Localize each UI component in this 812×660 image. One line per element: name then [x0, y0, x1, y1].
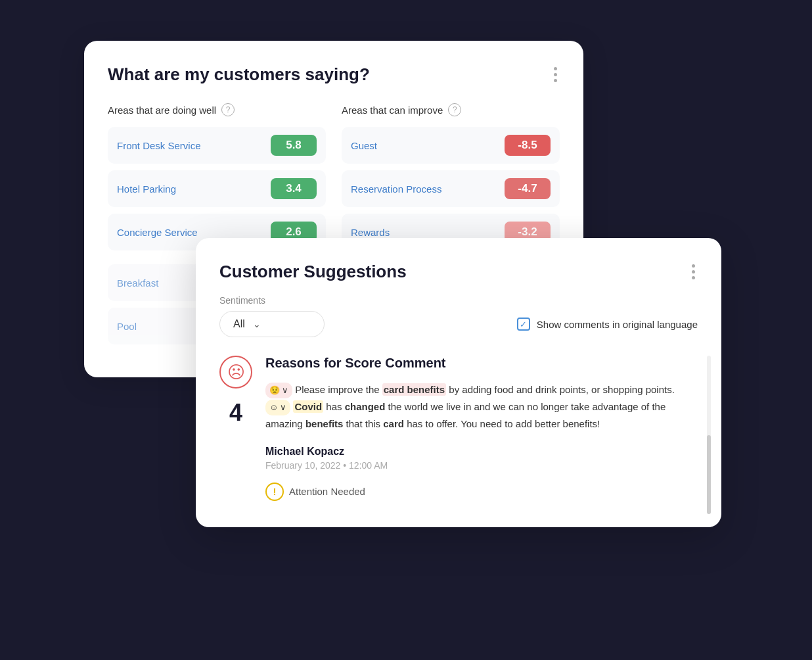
area-score-front-desk: 5.8: [271, 135, 317, 156]
chevron-down-icon: ⌄: [253, 319, 261, 329]
show-original-language-label: Show comments in original language: [537, 319, 698, 330]
area-score-reservation: -4.7: [505, 178, 551, 199]
area-row-front-desk[interactable]: Front Desk Service 5.8: [108, 127, 326, 164]
sentiments-label: Sentiments: [219, 295, 698, 306]
bg-card-title: What are my customers saying?: [108, 64, 370, 85]
doing-well-header: Areas that are doing well ?: [108, 103, 326, 116]
attention-label: Attention Needed: [289, 486, 365, 497]
sentiments-dropdown[interactable]: All ⌄: [219, 311, 325, 337]
can-improve-header: Areas that can improve ?: [342, 103, 560, 116]
sad-face-icon: ☹: [219, 356, 252, 389]
comment-body: Reasons for Score Comment 😟 ∨ Please imp…: [265, 356, 698, 501]
author-name: Michael Kopacz: [265, 446, 698, 458]
bg-more-menu-button[interactable]: [551, 64, 560, 85]
area-label-reservation: Reservation Process: [351, 183, 498, 195]
area-row-guest[interactable]: Guest -8.5: [342, 127, 560, 164]
fg-card-header: Customer Suggestions: [219, 262, 698, 282]
doing-well-info-icon[interactable]: ?: [221, 103, 235, 116]
checkmark-icon: ✓: [520, 319, 527, 329]
show-original-language-checkbox[interactable]: ✓: [517, 318, 530, 331]
fg-card-title: Customer Suggestions: [219, 262, 407, 282]
area-label-rewards: Rewards: [351, 227, 498, 238]
scrollbar-thumb: [707, 435, 711, 514]
can-improve-info-icon[interactable]: ?: [448, 103, 461, 116]
attention-icon: !: [265, 483, 284, 501]
fg-more-menu-button[interactable]: [689, 262, 698, 282]
smile-emoji-icon: ☺: [269, 400, 278, 415]
comment-text: 😟 ∨ Please improve the card benefits by …: [265, 381, 698, 433]
score-number: 4: [229, 399, 242, 427]
area-label-concierge: Concierge Service: [117, 227, 264, 238]
attention-badge: ! Attention Needed: [265, 483, 365, 501]
keyword-benefits: benefits: [305, 418, 344, 429]
dropdown-value: All: [233, 318, 245, 330]
area-row-hotel-parking[interactable]: Hotel Parking 3.4: [108, 170, 326, 207]
area-label-guest: Guest: [351, 140, 498, 151]
comment-section-title: Reasons for Score Comment: [265, 356, 698, 371]
sentiments-row: All ⌄ ✓ Show comments in original langua…: [219, 311, 698, 337]
doing-well-label: Areas that are doing well: [108, 105, 216, 116]
author-date: February 10, 2022 • 12:00 AM: [265, 460, 698, 471]
sentiment-tag-negative[interactable]: 😟 ∨: [265, 383, 292, 398]
bg-card-header: What are my customers saying?: [108, 64, 560, 85]
comment-section: ☹ 4 Reasons for Score Comment 😟 ∨ Please…: [219, 356, 698, 501]
keyword-card-benefits: card benefits: [382, 383, 446, 396]
keyword-changed: changed: [345, 401, 386, 412]
foreground-card: Customer Suggestions Sentiments All ⌄ ✓ …: [196, 238, 721, 527]
area-label-front-desk: Front Desk Service: [117, 140, 264, 151]
sentiment-tag-neutral[interactable]: ☺ ∨: [265, 400, 290, 415]
show-original-language-row: ✓ Show comments in original language: [517, 318, 698, 331]
comment-left-panel: ☹ 4: [219, 356, 252, 501]
area-score-hotel-parking: 3.4: [271, 178, 317, 199]
scrollbar[interactable]: [707, 356, 711, 501]
area-score-guest: -8.5: [505, 135, 551, 156]
area-row-reservation[interactable]: Reservation Process -4.7: [342, 170, 560, 207]
keyword-card: card: [383, 418, 404, 429]
keyword-covid: Covid: [293, 400, 323, 413]
can-improve-label: Areas that can improve: [342, 105, 443, 116]
area-label-hotel-parking: Hotel Parking: [117, 183, 264, 195]
sad-emoji-icon: 😟: [269, 383, 280, 398]
